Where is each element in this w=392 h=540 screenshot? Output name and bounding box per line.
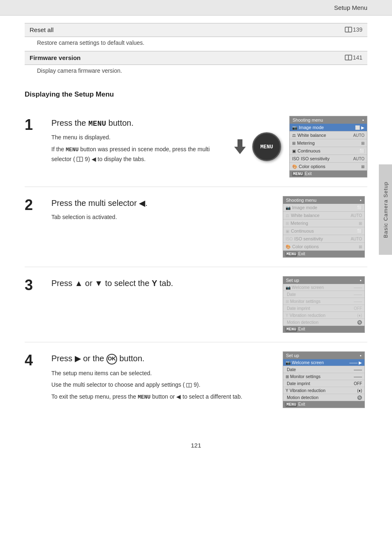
table-row: Firmware version 141 <box>25 51 367 65</box>
reset-all-label: Reset all <box>30 26 53 33</box>
step-4-desc-1: The setup menu items can be selected. <box>51 369 269 378</box>
menu-item: 📷 Image mode ⬜ ▶ <box>290 124 367 132</box>
firmware-desc-row: Display camera firmware version. <box>25 65 367 79</box>
ok-button-symbol: OK <box>106 354 117 365</box>
step-1-content: Press the MENU button. The menu is displ… <box>51 116 226 166</box>
svg-marker-6 <box>234 139 246 154</box>
setup-menu-item: Date —— <box>283 291 364 298</box>
menu-item: ▣ Continuous ⬜ <box>290 147 367 155</box>
menu-keyword-4: MENU <box>138 394 150 400</box>
step-4-desc-2: Use the multi selector to choose and app… <box>51 380 269 389</box>
step-3-title: Press ▲ or ▼ to select the Y tab. <box>51 278 269 288</box>
book-icon <box>345 27 352 32</box>
menu-item: ⊞ Metering ⊞ <box>283 219 364 227</box>
setup-menu-item: 📷 Welcome screen —— ▶ <box>283 359 364 366</box>
arrow-indicator <box>234 139 246 154</box>
menu-footer: MENU Exit <box>290 171 367 177</box>
step-2-content: Press the multi selector ◀. Tab selectio… <box>51 196 269 224</box>
menu-mockup-step2: Shooting menu ▪ 📷 Image mode ⬜ ⚖ White b… <box>283 196 365 258</box>
menu-options-table: Reset all 139 Restore camera settings to… <box>25 23 367 79</box>
step-2: 2 Press the multi selector ◀. Tab select… <box>25 187 367 267</box>
menu-mockup-step4: Set up ▪ 📷 Welcome screen —— ▶ Date —— <box>283 351 365 408</box>
step-4-image: Set up ▪ 📷 Welcome screen —— ▶ Date —— <box>277 351 367 408</box>
setup-menu-item: Date imprint OFF <box>283 380 364 387</box>
menu-keyword-1: MENU <box>88 120 106 128</box>
menu-item: ISO ISO sensitivity AUTO <box>283 235 364 243</box>
menu-item: 📷 Image mode ⬜ <box>283 204 364 212</box>
step-2-image: Shooting menu ▪ 📷 Image mode ⬜ ⚖ White b… <box>277 196 367 258</box>
step-1-desc-1: The menu is displayed. <box>51 133 226 142</box>
setup-menu-item: ⊞ Monitor settings —— <box>283 298 364 305</box>
step-4-number: 4 <box>25 353 43 368</box>
reset-all-page-ref: 139 <box>345 26 362 34</box>
firmware-page-ref: 141 <box>345 54 362 62</box>
setup-menu-item: Date —— <box>283 366 364 373</box>
step-1-number: 1 <box>25 118 43 132</box>
menu-item: ⚖ White balance AUTO <box>283 212 364 219</box>
menu-footer: MENU Exit <box>283 251 364 257</box>
sidebar-label: Basic Camera Setup <box>379 164 392 255</box>
page-header: Setup Menu <box>0 0 392 16</box>
menu-title: Set up ▪ <box>283 277 364 284</box>
step-3-content: Press ▲ or ▼ to select the Y tab. <box>51 276 269 293</box>
step-3-image: Set up ▪ 📷 Welcome screen —— Date —— <box>277 276 367 333</box>
setup-menu-item: Motion detection 🔘 <box>283 319 364 326</box>
step-1-title: Press the MENU button. <box>51 118 226 129</box>
step-4-content: Press ▶ or the OK button. The setup menu… <box>51 351 269 404</box>
step-4-title: Press ▶ or the OK button. <box>51 353 269 365</box>
step-2-title: Press the multi selector ◀. <box>51 198 269 208</box>
menu-title: Shooting menu ▪ <box>290 116 367 124</box>
step-1: 1 Press the MENU button. The menu is dis… <box>25 107 367 187</box>
setup-menu-item: Y Vibration reduction (♦) <box>283 312 364 319</box>
menu-title: Set up ▪ <box>283 352 364 359</box>
book-ref-icon <box>76 157 83 162</box>
step-4-desc-3: To exit the setup menu, press the MENU b… <box>51 392 269 402</box>
menu-item: ⚖ White balance AUTO <box>290 132 367 139</box>
menu-mockup-step1: Shooting menu ▪ 📷 Image mode ⬜ ▶ ⚖ White… <box>289 116 367 178</box>
firmware-desc: Display camera firmware version. <box>25 65 367 79</box>
reset-all-desc-row: Restore camera settings to default value… <box>25 37 367 51</box>
step-2-number: 2 <box>25 198 43 212</box>
down-arrow-icon <box>234 139 246 154</box>
step-1-desc-2: If the MENU button was pressed in scene … <box>51 145 226 164</box>
book-ref-icon-2 <box>186 383 192 388</box>
setup-menu-item: Y Vibration reduction (♦) <box>283 387 364 394</box>
menu-mockup-step3: Set up ▪ 📷 Welcome screen —— Date —— <box>283 276 365 333</box>
menu-item: 🎨 Color options ⊠ <box>290 163 367 171</box>
firmware-label: Firmware version <box>30 54 81 61</box>
menu-footer: MENU Exit <box>283 401 364 408</box>
page-number: 121 <box>0 434 392 453</box>
menu-item: ⊞ Metering ⊞ <box>290 139 367 147</box>
setup-menu-item: 📷 Welcome screen —— <box>283 284 364 291</box>
section-heading: Displaying the Setup Menu <box>25 90 367 99</box>
table-row: Reset all 139 <box>25 23 367 37</box>
step-3-number: 3 <box>25 278 43 293</box>
menu-item: 🎨 Color options ⊠ <box>283 243 364 251</box>
menu-item: ▣ Continuous ⬜ <box>283 227 364 235</box>
step-4: 4 Press ▶ or the OK button. The setup me… <box>25 342 367 417</box>
setup-menu-item: Motion detection 🔘 <box>283 394 364 401</box>
header-title: Setup Menu <box>334 4 367 11</box>
menu-footer: MENU Exit <box>283 326 364 332</box>
setup-menu-item: ⊞ Monitor settings —— <box>283 373 364 380</box>
setup-menu-item: Date imprint OFF <box>283 305 364 312</box>
menu-button-image: MENU <box>252 132 281 161</box>
step-1-image: MENU Shooting menu ▪ 📷 Image mode ⬜ ▶ ⚖ <box>234 116 367 178</box>
menu-title: Shooting menu ▪ <box>283 196 364 204</box>
step-2-desc: Tab selection is activated. <box>51 212 269 222</box>
menu-item: ISO ISO sensitivity AUTO <box>290 155 367 163</box>
step-3: 3 Press ▲ or ▼ to select the Y tab. Set … <box>25 267 367 342</box>
reset-all-desc: Restore camera settings to default value… <box>25 37 367 51</box>
book-icon <box>345 55 352 60</box>
